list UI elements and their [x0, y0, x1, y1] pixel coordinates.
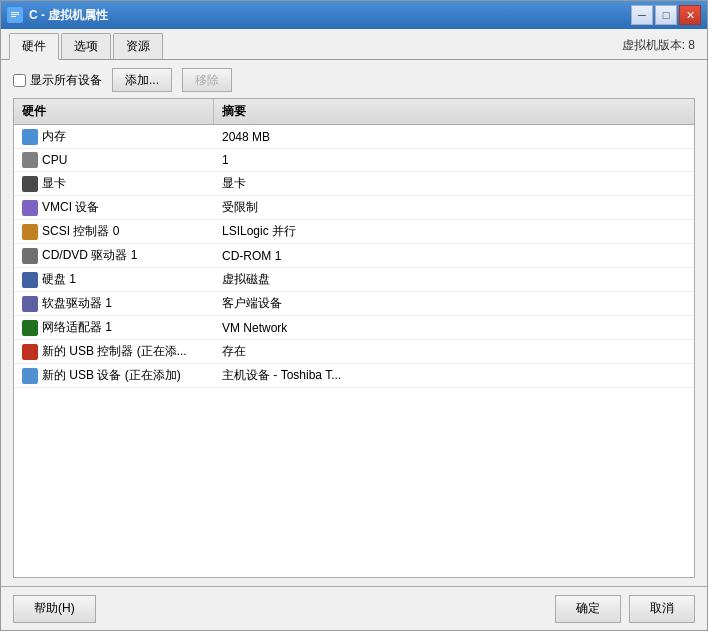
hardware-name: 显卡: [42, 175, 66, 192]
summary-value: LSILogic 并行: [222, 223, 296, 240]
summary-value: 受限制: [222, 199, 258, 216]
tab-hardware[interactable]: 硬件: [9, 33, 59, 60]
window-title: C - 虚拟机属性: [29, 7, 108, 24]
hardware-name: 内存: [42, 128, 66, 145]
minimize-button[interactable]: ─: [631, 5, 653, 25]
hardware-cell: 新的 USB 控制器 (正在添...: [14, 340, 214, 363]
show-all-label: 显示所有设备: [30, 72, 102, 89]
restore-button[interactable]: □: [655, 5, 677, 25]
table-row[interactable]: 新的 USB 设备 (正在添加) 主机设备 - Toshiba T...: [14, 364, 694, 388]
hardware-name: 硬盘 1: [42, 271, 76, 288]
remove-button[interactable]: 移除: [182, 68, 232, 92]
hardware-cell: 新的 USB 设备 (正在添加): [14, 364, 214, 387]
hardware-cell: 网络适配器 1: [14, 316, 214, 339]
table-body: 内存 2048 MB CPU 1 显卡 显卡 VMC: [14, 125, 694, 388]
usb-icon: [22, 344, 38, 360]
summary-value: VM Network: [222, 321, 287, 335]
hardware-name: 新的 USB 设备 (正在添加): [42, 367, 181, 384]
hardware-name: CPU: [42, 153, 67, 167]
summary-value: CD-ROM 1: [222, 249, 281, 263]
net-icon: [22, 320, 38, 336]
title-bar: C - 虚拟机属性 ─ □ ✕: [1, 1, 707, 29]
summary-value: 2048 MB: [222, 130, 270, 144]
show-all-row: 显示所有设备: [13, 72, 102, 89]
summary-cell: 显卡: [214, 172, 694, 195]
summary-cell: LSILogic 并行: [214, 220, 694, 243]
summary-cell: 主机设备 - Toshiba T...: [214, 364, 694, 387]
summary-cell: 1: [214, 149, 694, 171]
summary-value: 显卡: [222, 175, 246, 192]
tab-bar: 硬件 选项 资源 虚拟机版本: 8: [1, 29, 707, 60]
table-row[interactable]: 内存 2048 MB: [14, 125, 694, 149]
hardware-name: VMCI 设备: [42, 199, 99, 216]
hardware-name: 网络适配器 1: [42, 319, 112, 336]
cancel-button[interactable]: 取消: [629, 595, 695, 623]
summary-value: 主机设备 - Toshiba T...: [222, 367, 341, 384]
mem-icon: [22, 129, 38, 145]
usb2-icon: [22, 368, 38, 384]
table-row[interactable]: 软盘驱动器 1 客户端设备: [14, 292, 694, 316]
hardware-name: SCSI 控制器 0: [42, 223, 119, 240]
content-area: 显示所有设备 添加... 移除 硬件 摘要 内存 2048 MB CPU: [1, 60, 707, 586]
summary-cell: 2048 MB: [214, 125, 694, 148]
summary-value: 1: [222, 153, 229, 167]
table-row[interactable]: 显卡 显卡: [14, 172, 694, 196]
hardware-cell: VMCI 设备: [14, 196, 214, 219]
disk-icon: [22, 272, 38, 288]
hardware-cell: 软盘驱动器 1: [14, 292, 214, 315]
table-row[interactable]: CD/DVD 驱动器 1 CD-ROM 1: [14, 244, 694, 268]
summary-cell: 客户端设备: [214, 292, 694, 315]
hardware-cell: 硬盘 1: [14, 268, 214, 291]
title-bar-left: C - 虚拟机属性: [7, 7, 108, 24]
hardware-cell: SCSI 控制器 0: [14, 220, 214, 243]
floppy-icon: [22, 296, 38, 312]
vmci-icon: [22, 200, 38, 216]
summary-cell: VM Network: [214, 316, 694, 339]
hardware-cell: CD/DVD 驱动器 1: [14, 244, 214, 267]
summary-value: 存在: [222, 343, 246, 360]
app-icon: [7, 7, 23, 23]
summary-cell: 受限制: [214, 196, 694, 219]
summary-value: 客户端设备: [222, 295, 282, 312]
help-button[interactable]: 帮助(H): [13, 595, 96, 623]
table-row[interactable]: 硬盘 1 虚拟磁盘: [14, 268, 694, 292]
summary-value: 虚拟磁盘: [222, 271, 270, 288]
hardware-table: 硬件 摘要 内存 2048 MB CPU 1 显卡: [13, 98, 695, 578]
scsi-icon: [22, 224, 38, 240]
tab-options[interactable]: 选项: [61, 33, 111, 59]
ok-button[interactable]: 确定: [555, 595, 621, 623]
table-row[interactable]: CPU 1: [14, 149, 694, 172]
hardware-cell: 内存: [14, 125, 214, 148]
footer: 帮助(H) 确定 取消: [1, 586, 707, 630]
hardware-name: 软盘驱动器 1: [42, 295, 112, 312]
version-label: 虚拟机版本: 8: [622, 37, 695, 54]
col-hardware: 硬件: [14, 99, 214, 124]
footer-right: 确定 取消: [555, 595, 695, 623]
summary-cell: 虚拟磁盘: [214, 268, 694, 291]
hardware-cell: CPU: [14, 149, 214, 171]
window-controls: ─ □ ✕: [631, 5, 701, 25]
close-button[interactable]: ✕: [679, 5, 701, 25]
display-icon: [22, 176, 38, 192]
svg-rect-3: [11, 16, 16, 17]
hardware-name: 新的 USB 控制器 (正在添...: [42, 343, 187, 360]
tab-resources[interactable]: 资源: [113, 33, 163, 59]
summary-cell: CD-ROM 1: [214, 244, 694, 267]
svg-rect-1: [11, 12, 19, 13]
svg-rect-2: [11, 14, 19, 15]
cdrom-icon: [22, 248, 38, 264]
table-row[interactable]: 网络适配器 1 VM Network: [14, 316, 694, 340]
table-row[interactable]: VMCI 设备 受限制: [14, 196, 694, 220]
cpu-icon: [22, 152, 38, 168]
table-header: 硬件 摘要: [14, 99, 694, 125]
show-all-checkbox[interactable]: [13, 74, 26, 87]
hardware-cell: 显卡: [14, 172, 214, 195]
toolbar: 显示所有设备 添加... 移除: [13, 68, 695, 92]
summary-cell: 存在: [214, 340, 694, 363]
table-row[interactable]: 新的 USB 控制器 (正在添... 存在: [14, 340, 694, 364]
main-window: C - 虚拟机属性 ─ □ ✕ 硬件 选项 资源 虚拟机版本: 8 显示所有设备…: [0, 0, 708, 631]
col-summary: 摘要: [214, 99, 694, 124]
add-button[interactable]: 添加...: [112, 68, 172, 92]
table-row[interactable]: SCSI 控制器 0 LSILogic 并行: [14, 220, 694, 244]
hardware-name: CD/DVD 驱动器 1: [42, 247, 137, 264]
